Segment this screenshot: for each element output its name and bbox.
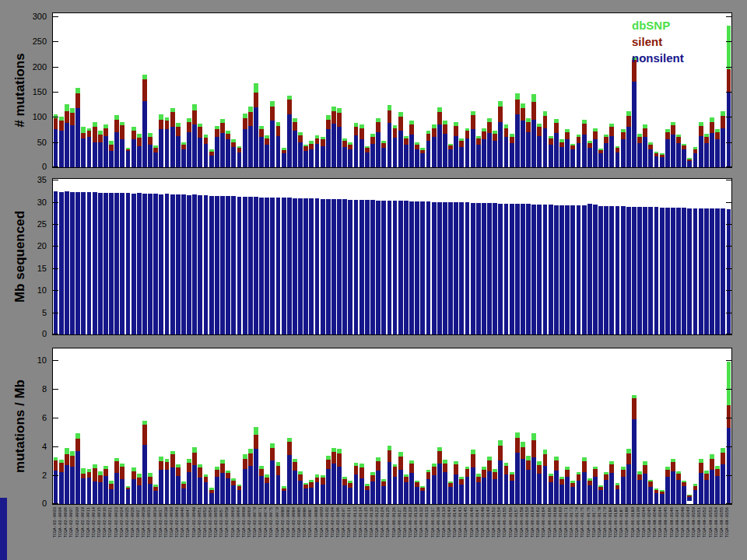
sample-label: TCGA-06-0128 <box>403 507 409 558</box>
bar <box>454 122 458 167</box>
bar <box>699 208 703 334</box>
bar <box>298 471 303 504</box>
bar-segment-nonsilent <box>587 148 592 167</box>
bar-segment-silent <box>165 462 170 469</box>
bar-segment-silent <box>621 470 626 477</box>
bar-segment-mb <box>93 192 97 334</box>
sample-label: TCGA-06-0143 <box>458 507 464 558</box>
bar-segment-nonsilent <box>337 467 342 504</box>
bar-segment-silent <box>98 475 103 482</box>
bar <box>498 440 503 504</box>
bar <box>220 119 225 167</box>
bar-segment-silent <box>604 137 608 143</box>
bar-segment-nonsilent <box>648 487 653 505</box>
bar-segment-mb <box>87 192 92 334</box>
bar-segment-nonsilent <box>270 460 275 504</box>
bar <box>342 477 347 504</box>
bar-segment-nonsilent <box>515 114 520 167</box>
bar-segment-silent <box>259 469 264 476</box>
bar-segment-silent <box>159 120 163 130</box>
bar-segment-silent <box>65 111 69 124</box>
bar-segment-mb <box>293 198 297 334</box>
bar <box>176 123 181 167</box>
bar <box>148 473 153 504</box>
bar <box>153 145 158 167</box>
bar-segment-nonsilent <box>493 141 497 167</box>
bar-segment-nonsilent <box>137 485 142 504</box>
bar-segment-silent <box>198 467 202 478</box>
bar-segment-nonsilent <box>682 149 686 167</box>
bar <box>498 204 503 334</box>
bar <box>237 197 242 334</box>
sample-label: TCGA-06-0132 <box>419 507 425 558</box>
sample-label: TCGA-06-0189 <box>631 507 637 558</box>
bar <box>198 464 202 504</box>
bar-segment-nonsilent <box>331 464 336 504</box>
bar <box>303 483 308 504</box>
bar <box>515 432 520 504</box>
bar-segment-silent <box>309 144 314 150</box>
y-tick-right <box>726 334 731 334</box>
bar <box>75 433 80 504</box>
bar <box>537 124 542 167</box>
bar-segment-silent <box>248 453 253 467</box>
bar-segment-silent <box>643 128 647 138</box>
bar <box>276 122 281 167</box>
bar <box>181 194 186 334</box>
bar <box>727 26 731 167</box>
bar-segment-nonsilent <box>393 477 398 505</box>
bar-segment-silent <box>226 473 230 478</box>
bar <box>676 208 681 334</box>
bar-segment-nonsilent <box>326 129 331 167</box>
y-tick-right <box>726 142 731 143</box>
sample-label: TCGA-02-0046 <box>181 507 186 558</box>
bar-segment-silent <box>87 472 92 478</box>
bar <box>326 199 331 334</box>
bar <box>559 139 564 167</box>
bar <box>660 490 665 504</box>
bar-segment-nonsilent <box>132 139 136 167</box>
bar-segment-silent <box>198 127 202 138</box>
bar <box>671 459 675 504</box>
bar-segment-silent <box>577 474 581 481</box>
bar-segment-nonsilent <box>515 453 520 504</box>
bar-segment-nonsilent <box>226 478 230 504</box>
bar <box>59 117 64 167</box>
bar-segment-silent <box>59 463 64 472</box>
sample-label: TCGA-02-0048 <box>192 507 198 558</box>
sample-label: TCGA-06-0138 <box>437 507 442 558</box>
bar <box>587 478 592 504</box>
bar-segment-nonsilent <box>142 101 147 167</box>
bar <box>231 478 236 504</box>
bar-segment-silent <box>393 128 398 138</box>
bar <box>237 485 242 504</box>
y-tick-left <box>53 16 58 17</box>
bar-segment-silent <box>437 451 442 463</box>
sample-label: TCGA-06-0149 <box>486 507 492 558</box>
sample-label: TCGA-02-0071 <box>258 507 264 558</box>
bar <box>621 206 626 334</box>
bar-segment-silent <box>309 482 314 488</box>
y-tick-right <box>726 180 731 180</box>
bar-segment-nonsilent <box>621 139 626 167</box>
bar-segment-nonsilent <box>109 151 114 167</box>
bar <box>598 485 603 504</box>
bar-segment-nonsilent <box>521 459 525 504</box>
bar-segment-nonsilent <box>70 467 75 504</box>
bar-segment-silent <box>531 440 536 457</box>
bar-segment-mb <box>554 205 559 334</box>
bar-segment-nonsilent <box>565 477 570 504</box>
sample-label: TCGA-02-0086 <box>303 507 308 558</box>
bar-segment-silent <box>498 446 503 460</box>
bar-segment-silent <box>70 456 75 467</box>
bar <box>120 464 124 504</box>
bar <box>559 205 564 334</box>
bar-segment-nonsilent <box>643 474 647 504</box>
bar-segment-nonsilent <box>543 128 548 167</box>
bar <box>75 192 80 334</box>
sample-label: TCGA-06-0166 <box>548 507 553 558</box>
bar-segment-nonsilent <box>348 149 352 167</box>
mutations-bars <box>53 13 731 167</box>
bar <box>565 129 570 167</box>
bar-segment-mb <box>615 206 620 334</box>
